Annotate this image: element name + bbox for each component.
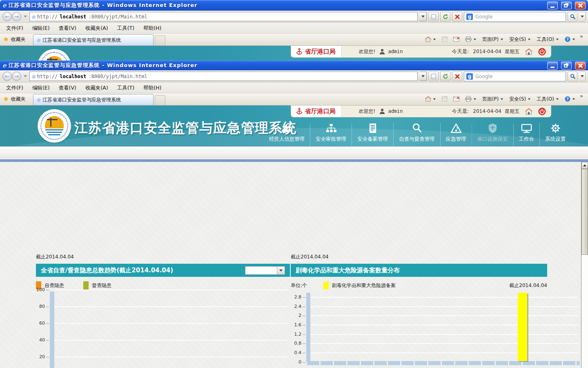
restore-button[interactable] [561,62,572,70]
print-button[interactable] [463,94,479,104]
page-menu[interactable]: 页面(P) [480,34,506,45]
home-shortcut-button[interactable] [525,48,532,55]
home-shortcut-button[interactable] [525,108,532,115]
ie-logo-icon: e [2,62,7,69]
stop-button[interactable] [452,72,462,81]
compatibility-view-button[interactable] [428,12,439,22]
safety-menu[interactable]: 安全(S) [507,34,533,45]
menu-help[interactable]: 帮助(H) [139,83,166,93]
nav-item-safety-approval[interactable]: 安全审批管理 [310,123,352,146]
menu-tools[interactable]: 工具(T) [113,23,139,34]
menu-view[interactable]: 查看(V) [54,83,81,93]
new-tab-stub[interactable] [155,95,165,105]
menu-favorites[interactable]: 收藏夹(A) [81,23,113,34]
refresh-button[interactable] [440,72,450,81]
nav-item-safety-filing[interactable]: 安全备案管理 [352,123,393,146]
region-select[interactable] [245,266,285,275]
select-dropdown-button[interactable] [277,267,285,274]
browser-tab[interactable]: e 江苏省港口安全监管与应急管理系统 [33,34,154,45]
menu-file[interactable]: 文件(F) [2,23,28,34]
help-menu[interactable]: ? [563,94,577,104]
search-input[interactable]: g Google [464,12,566,22]
history-dropdown-icon[interactable] [24,16,27,18]
home-button[interactable] [423,94,438,104]
forward-button[interactable]: → [12,12,21,21]
as-of-date-right: 截止2014.04.04 [509,282,547,289]
users-icon [281,124,293,133]
nav-item-workbench[interactable]: 工作台 [513,123,540,146]
tools-menu[interactable]: 工具(O) [535,34,561,45]
menu-edit[interactable]: 编辑(E) [28,23,54,34]
left-chart-header: 全省自查/督查隐患总数趋势(截止2014.04.04) [36,264,290,277]
nav-item-self-inspection[interactable]: 自查与督查管理 [393,123,440,146]
history-dropdown-icon[interactable] [24,75,27,77]
search-button[interactable] [568,12,577,22]
restore-button[interactable] [561,2,572,9]
search-dropdown-button[interactable] [579,72,586,81]
favorites-button[interactable]: ★ 收藏夹 [0,93,29,105]
minimize-button[interactable] [547,62,558,70]
menu-favorites[interactable]: 收藏夹(A) [81,83,113,93]
tab-title: 江苏省港口安全监管与应急管理系统 [42,37,121,44]
nav-item-port-security[interactable]: 港口设施保安 [472,123,513,146]
logout-button[interactable] [538,108,546,115]
title-bar[interactable]: e 江苏省港口安全监管与应急管理系统 - Windows Internet Ex… [0,61,588,70]
minimize-button[interactable] [547,2,558,9]
url-input[interactable]: e http://localhost:8080/yjpt/Main.html [29,12,418,21]
feeds-button[interactable] [440,34,450,45]
refresh-button[interactable] [440,12,450,22]
search-dropdown-button[interactable] [579,12,586,22]
window-title: 江苏省港口安全监管与应急管理系统 - Windows Internet Expl… [9,62,544,69]
scroll-up-button[interactable] [581,162,588,169]
page-menu[interactable]: 页面(P) [480,94,506,104]
back-button[interactable]: ← [2,72,12,81]
nav-item-operators[interactable]: 经营人信息管理 [264,124,310,146]
home-button[interactable] [423,34,438,45]
avatar [379,108,385,114]
tab-favicon-icon: e [37,37,40,43]
scrollbar-thumb[interactable] [581,169,588,255]
back-button[interactable]: ← [2,12,12,21]
url-dropdown-button[interactable] [419,12,427,21]
search-button[interactable] [568,72,577,81]
nav-item-settings[interactable]: 系统设置 [539,123,571,146]
print-button[interactable] [463,34,479,45]
url-dropdown-button[interactable] [419,72,427,81]
overflow-chevron[interactable]: » [579,33,586,41]
compatibility-view-button[interactable] [428,72,439,81]
feeds-button[interactable] [440,94,450,104]
title-bar[interactable]: e 江苏省港口安全监管与应急管理系统 - Windows Internet Ex… [0,0,588,11]
minimize-icon [550,67,555,68]
favorites-button[interactable]: ★ 收藏夹 [0,33,29,45]
menu-help[interactable]: 帮助(H) [139,23,166,34]
legend-label-self: 自查隐患 [45,282,64,289]
safety-menu[interactable]: 安全(S) [507,94,533,104]
overflow-chevron[interactable]: » [579,93,586,101]
org-name: 省厅港口局 [305,48,336,56]
read-mail-button[interactable] [451,34,461,45]
url-input[interactable]: e http://localhost:8080/yjpt/Main.html [29,72,418,81]
search-icon [570,14,575,19]
browser-tab[interactable]: e 江苏省港口安全监管与应急管理系统 [33,94,154,105]
close-button[interactable] [575,62,586,70]
read-mail-button[interactable] [451,94,461,104]
forward-button[interactable]: → [12,72,21,81]
nav-label: 自查与督查管理 [399,136,435,143]
help-menu[interactable]: ? [563,34,577,45]
stop-button[interactable] [452,12,462,22]
y-tick: 20 [36,354,45,359]
logout-button[interactable] [538,48,546,56]
menu-file[interactable]: 文件(F) [2,83,28,93]
search-input[interactable]: g Google [464,72,566,81]
welcome-text: 欢迎您! [359,48,376,55]
tools-menu[interactable]: 工具(O) [535,94,561,104]
menu-tools[interactable]: 工具(T) [113,83,139,93]
close-button[interactable] [575,2,586,9]
nav-item-emergency[interactable]: 应急管理 [440,123,472,146]
menu-view[interactable]: 查看(V) [54,23,81,34]
y-tick: 60 [36,321,45,326]
tick-mark [303,353,305,353]
menu-edit[interactable]: 编辑(E) [28,83,54,93]
vertical-scrollbar[interactable] [581,162,588,368]
new-tab-stub[interactable] [155,36,165,45]
